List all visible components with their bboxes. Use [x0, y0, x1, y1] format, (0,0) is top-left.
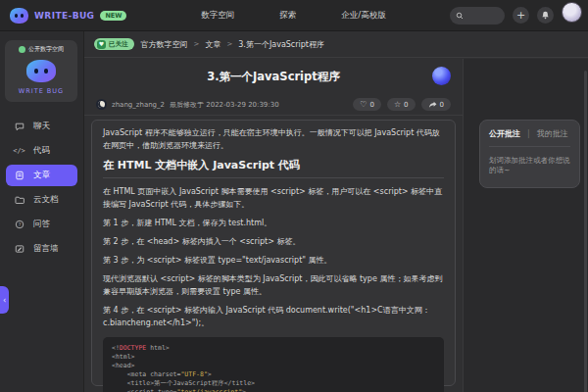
- article-pane: 3.第一个JavaScript程序 zhang_zhang_2 最后修改于 20…: [84, 59, 463, 392]
- breadcrumb-item[interactable]: 官方数字空间: [141, 39, 188, 50]
- search-box[interactable]: [450, 7, 505, 24]
- topbar: WRITE-BUG NEW 数字空间探索企业/高校版 +: [0, 0, 588, 31]
- star-stat-button[interactable]: ☆0: [387, 98, 416, 111]
- space-badge-label: 公开数字空间: [28, 45, 64, 54]
- breadcrumb-item[interactable]: 3.第一个JavaScript程序: [238, 39, 324, 50]
- article-paragraph: 第 1 步，新建 HTML 文档，保存为 test.html。: [103, 217, 444, 229]
- sidebar-collapse-handle[interactable]: ‹: [0, 286, 9, 314]
- topbar-actions: +: [450, 7, 578, 24]
- star-icon: ☆: [394, 101, 401, 109]
- sidebar-item-label: 留言墙: [33, 243, 59, 255]
- topbar-nav: 数字空间探索企业/高校版: [137, 10, 450, 22]
- bell-icon: [541, 11, 550, 20]
- section-heading: 在 HTML 文档中嵌入 JavaScript 代码: [103, 158, 444, 178]
- search-icon: [456, 12, 464, 20]
- main-area: ♥ 已关注 官方数字空间>文章>3.第一个JavaScript程序 3.第一个J…: [84, 31, 588, 392]
- topbar-nav-item[interactable]: 探索: [279, 10, 296, 22]
- code-icon: </>: [14, 146, 24, 157]
- notifications-button[interactable]: [537, 7, 554, 24]
- sidebar-item-code[interactable]: </>代码: [6, 140, 77, 162]
- modified-timestamp: 最后修改于 2022-03-29 20:39:30: [170, 100, 279, 110]
- article-paragraph: 现代浏览器默认 <script> 标签的脚本类型为 JavaScript，因此可…: [103, 272, 444, 298]
- article-content: JavaScript 程序不能够独立运行，只能在宿主环境中执行。一般情况下可以把…: [91, 120, 456, 386]
- public-space-icon: [19, 46, 25, 53]
- stat-count: 0: [369, 101, 373, 109]
- annotation-card: 公开批注|我的批注 划词添加批注或者你想说的话~: [479, 120, 580, 188]
- article-stats: ♡0☆00: [353, 98, 451, 111]
- sidebar-item-article[interactable]: 文章: [6, 165, 77, 186]
- heart-stat-button[interactable]: ♡0: [353, 98, 381, 111]
- sidebar-item-label: 文章: [33, 170, 50, 181]
- breadcrumb-separator: >: [194, 40, 200, 48]
- code-line: <meta charset="UTF-8">: [112, 370, 435, 379]
- vertical-scrollbar[interactable]: [584, 71, 587, 392]
- topbar-nav-item[interactable]: 企业/高校版: [341, 10, 385, 22]
- heart-icon: ♡: [360, 101, 367, 109]
- annotation-panel: 公开批注|我的批注 划词添加批注或者你想说的话~: [463, 59, 588, 392]
- space-avatar: [26, 60, 56, 82]
- brand[interactable]: WRITE-BUG NEW: [10, 8, 137, 24]
- sidebar-item-label: 代码: [33, 145, 50, 157]
- author-name[interactable]: zhang_zhang_2: [112, 101, 165, 109]
- stat-count: 0: [440, 101, 444, 109]
- new-badge: NEW: [100, 11, 126, 21]
- tab-divider: |: [527, 129, 530, 138]
- article-paragraph: 在 HTML 页面中嵌入 JavaScript 脚本需要使用 <script> …: [103, 185, 444, 211]
- space-name: WRITE BUG: [9, 87, 74, 95]
- sidebar: 公开数字空间 WRITE BUG 聊天</>代码文章云文档?问答留言墙 ‹: [0, 31, 84, 392]
- create-button[interactable]: +: [513, 7, 529, 24]
- document-icon: [14, 171, 24, 181]
- code-block: <!DOCTYPE html><html><head> <meta charse…: [103, 337, 444, 392]
- author-row: zhang_zhang_2 最后修改于 2022-03-29 20:39:30 …: [84, 94, 463, 116]
- page-title: 3.第一个JavaScript程序: [207, 70, 340, 84]
- author-avatar[interactable]: [96, 99, 107, 110]
- breadcrumb-bar: ♥ 已关注 官方数字空间>文章>3.第一个JavaScript程序: [84, 31, 588, 58]
- sidebar-item-label: 问答: [33, 219, 50, 230]
- annotation-placeholder: 划词添加批注或者你想说的话~: [489, 156, 570, 175]
- code-line: <!DOCTYPE html>: [112, 344, 435, 353]
- brand-logo-text: WRITE-BUG: [34, 11, 94, 21]
- search-input[interactable]: [467, 12, 501, 19]
- article-body: JavaScript 程序不能够独立运行，只能在宿主环境中执行。一般情况下可以把…: [103, 126, 444, 329]
- breadcrumb: 官方数字空间>文章>3.第一个JavaScript程序: [141, 39, 324, 50]
- sidebar-item-label: 聊天: [33, 121, 50, 132]
- article-badge-avatar[interactable]: [432, 67, 451, 85]
- sidebar-item-clouddoc[interactable]: 云文档: [6, 189, 77, 211]
- folder-icon: [14, 195, 24, 206]
- sidebar-item-wall[interactable]: 留言墙: [6, 238, 77, 260]
- sidebar-item-label: 云文档: [33, 194, 59, 206]
- share-stat-button[interactable]: 0: [421, 98, 451, 111]
- user-avatar[interactable]: [562, 2, 582, 23]
- tab-public-annotations[interactable]: 公开批注: [489, 128, 520, 139]
- question-icon: ?: [14, 220, 24, 230]
- sidebar-item-chat[interactable]: 聊天: [6, 116, 77, 137]
- article-paragraph: 第 2 步，在 <head> 标签内插入一个 <script> 标签。: [103, 235, 444, 248]
- tab-my-annotations[interactable]: 我的批注: [537, 128, 568, 139]
- writebug-logo-icon: [10, 8, 28, 24]
- follow-badge-label: 已关注: [109, 40, 128, 49]
- article-paragraph: 第 4 步，在 <script> 标签内输入 JavaScript 代码 doc…: [103, 304, 444, 329]
- share-icon: [428, 101, 437, 109]
- article-header: 3.第一个JavaScript程序: [84, 59, 463, 94]
- article-paragraph: JavaScript 程序不能够独立运行，只能在宿主环境中执行。一般情况下可以把…: [103, 126, 444, 152]
- code-line: <script type="text/javascript">: [112, 388, 435, 392]
- breadcrumb-item[interactable]: 文章: [205, 39, 220, 50]
- chat-icon: [14, 122, 24, 132]
- pencil-icon: [14, 244, 24, 255]
- follow-heart-icon: ♥: [97, 40, 106, 49]
- code-line: <html>: [112, 353, 435, 362]
- sidebar-item-qa[interactable]: ?问答: [6, 214, 77, 235]
- annotation-tabs: 公开批注|我的批注: [489, 128, 570, 147]
- svg-text:?: ?: [18, 221, 21, 227]
- code-line: <title>第一个JavaScript程序</title>: [112, 379, 435, 388]
- code-line: <head>: [112, 362, 435, 370]
- space-card[interactable]: 公开数字空间 WRITE BUG: [5, 40, 77, 102]
- follow-badge[interactable]: ♥ 已关注: [94, 38, 134, 50]
- stat-count: 0: [404, 101, 408, 109]
- topbar-nav-item[interactable]: 数字空间: [201, 10, 234, 22]
- article-paragraph: 第 3 步，为 <script> 标签设置 type="text/javascr…: [103, 254, 444, 267]
- breadcrumb-separator: >: [226, 40, 232, 48]
- sidebar-menu: 聊天</>代码文章云文档?问答留言墙: [0, 112, 83, 264]
